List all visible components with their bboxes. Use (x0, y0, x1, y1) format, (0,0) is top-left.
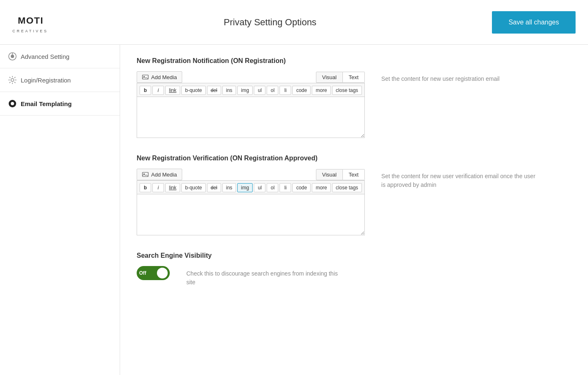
toolbar-bquote-2[interactable]: b-quote (181, 183, 206, 192)
svg-point-2 (11, 55, 14, 58)
sidebar-item-login-registration[interactable]: Login/Registration (0, 68, 120, 92)
section-search-engine-visibility: Search Engine Visibility Off Check this … (137, 252, 571, 287)
main-content: New Registration Notification (ON Regist… (120, 45, 588, 375)
section-row-2: Add Media Visual Text b i link b-quote d… (137, 169, 571, 235)
section-new-registration-verification: New Registration Verification (ON Regist… (137, 155, 571, 235)
svg-point-4 (11, 79, 14, 82)
visual-tab-1[interactable]: Visual (316, 72, 343, 83)
editor-toolbar-buttons-1: b i link b-quote del ins img ul ol li co… (137, 83, 365, 97)
toolbar-closetags-2[interactable]: close tags (332, 183, 362, 192)
svg-point-6 (11, 102, 14, 105)
toolbar-more-1[interactable]: more (312, 86, 330, 95)
desc-col-2: Set the content for new user verificatio… (381, 169, 539, 189)
desc-col-1: Set the content for new user registratio… (381, 71, 539, 83)
toolbar-bold-1[interactable]: b (140, 86, 151, 95)
toggle-wrapper: Off (137, 266, 170, 280)
section-title-3: Search Engine Visibility (137, 252, 571, 259)
text-tab-2[interactable]: Text (343, 169, 365, 180)
toolbar-li-1[interactable]: li (280, 86, 291, 95)
toolbar-ol-2[interactable]: ol (267, 183, 278, 192)
editor-toolbar-buttons-2: b i link b-quote del ins img ul ol li co… (137, 180, 365, 194)
toolbar-italic-1[interactable]: i (152, 86, 164, 95)
editor-toolbar-top-1: Add Media Visual Text (137, 71, 365, 83)
toolbar-code-2[interactable]: code (292, 183, 311, 192)
toolbar-li-2[interactable]: li (280, 183, 291, 192)
toolbar-bold-2[interactable]: b (140, 183, 151, 192)
toggle-knob (157, 268, 168, 278)
section-title-1: New Registration Notification (ON Regist… (137, 57, 571, 65)
logo-sub: CREATIVES (12, 29, 48, 33)
palette-icon (8, 52, 17, 60)
toolbar-more-2[interactable]: more (312, 183, 330, 192)
toolbar-link-1[interactable]: link (165, 86, 180, 95)
section-new-registration-notification: New Registration Notification (ON Regist… (137, 57, 571, 138)
toggle-row: Off Check this to discourage search engi… (137, 266, 571, 287)
svg-text:MOTIF: MOTIF (18, 15, 43, 26)
add-media-button-1[interactable]: Add Media (137, 71, 182, 83)
editor-col-1: Add Media Visual Text b i link b-quote d… (137, 71, 365, 138)
main-layout: Advanced Setting Login/Registration Emai… (0, 45, 588, 375)
section-row-1: Add Media Visual Text b i link b-quote d… (137, 71, 571, 138)
toolbar-code-1[interactable]: code (292, 86, 311, 95)
view-toggle-1: Visual Text (316, 72, 365, 83)
toolbar-bquote-1[interactable]: b-quote (181, 86, 206, 95)
toolbar-img-2[interactable]: img (237, 183, 253, 192)
sidebar-item-label: Email Templating (21, 100, 72, 107)
toolbar-del-1[interactable]: del (207, 86, 221, 95)
editor-toolbar-top-2: Add Media Visual Text (137, 169, 365, 180)
toolbar-italic-2[interactable]: i (152, 183, 164, 192)
editor-textarea-1[interactable] (137, 97, 365, 138)
sidebar-item-label: Login/Registration (21, 77, 71, 84)
toolbar-ul-2[interactable]: ul (254, 183, 265, 192)
editor-col-2: Add Media Visual Text b i link b-quote d… (137, 169, 365, 235)
svg-point-3 (12, 53, 13, 55)
add-media-label-1: Add Media (151, 74, 177, 80)
desc-col-3: Check this to discourage search engines … (186, 266, 344, 287)
page-title: Privaty Setting Options (224, 17, 316, 28)
gear-icon (8, 76, 17, 84)
sidebar-item-advanced-setting[interactable]: Advanced Setting (0, 45, 120, 68)
save-all-changes-button[interactable]: Save all changes (492, 11, 576, 34)
toolbar-ins-2[interactable]: ins (222, 183, 236, 192)
search-visibility-toggle[interactable]: Off (137, 266, 170, 280)
header: MOTIF CREATIVES Privaty Setting Options … (0, 0, 588, 45)
toolbar-link-2[interactable]: link (165, 183, 180, 192)
visual-tab-2[interactable]: Visual (316, 169, 343, 180)
section-title-2: New Registration Verification (ON Regist… (137, 155, 571, 162)
view-toggle-2: Visual Text (316, 169, 365, 180)
add-media-button-2[interactable]: Add Media (137, 169, 182, 180)
toolbar-del-2[interactable]: del (207, 183, 221, 192)
sidebar-item-email-templating[interactable]: Email Templating (0, 92, 120, 116)
logo-text: MOTIF (18, 12, 43, 28)
logo: MOTIF CREATIVES (12, 12, 48, 33)
email-icon (8, 99, 17, 108)
add-media-label-2: Add Media (151, 172, 177, 178)
toolbar-ol-1[interactable]: ol (267, 86, 278, 95)
sidebar-item-label: Advanced Setting (21, 53, 70, 60)
media-icon (142, 74, 149, 80)
text-tab-1[interactable]: Text (343, 72, 365, 83)
toolbar-ins-1[interactable]: ins (222, 86, 236, 95)
toolbar-closetags-1[interactable]: close tags (332, 86, 362, 95)
editor-textarea-2[interactable] (137, 194, 365, 235)
sidebar: Advanced Setting Login/Registration Emai… (0, 45, 120, 375)
media-icon-2 (142, 171, 149, 178)
toolbar-img-1[interactable]: img (237, 86, 253, 95)
toolbar-ul-1[interactable]: ul (254, 86, 265, 95)
